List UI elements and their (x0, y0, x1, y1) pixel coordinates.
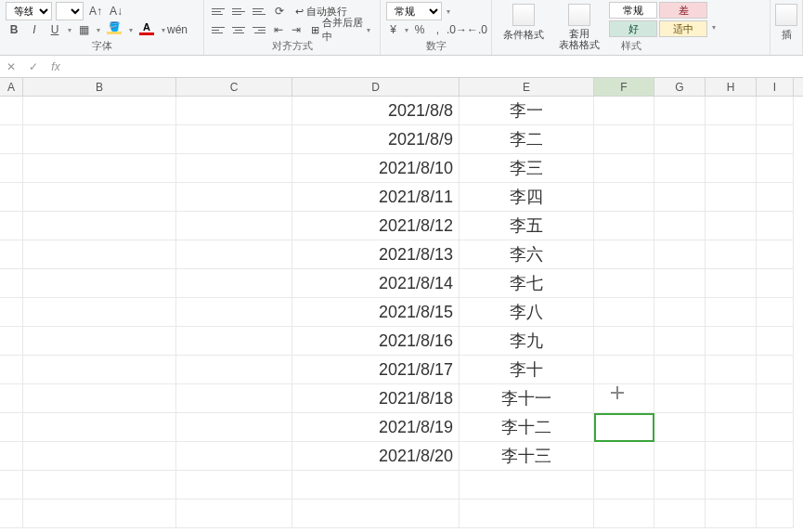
cell[interactable] (292, 471, 460, 500)
cell[interactable] (654, 125, 706, 154)
col-header-E[interactable]: E (460, 78, 594, 96)
cell[interactable] (23, 500, 176, 528)
cell[interactable]: 李十三 (460, 442, 594, 471)
cell[interactable]: 2021/8/9 (292, 125, 460, 154)
cell[interactable] (0, 298, 23, 327)
cell[interactable]: 李一 (460, 97, 594, 125)
cell[interactable] (176, 500, 292, 528)
col-header-H[interactable]: H (706, 78, 757, 96)
cell[interactable] (460, 500, 594, 528)
cell[interactable] (706, 212, 757, 240)
increase-decimal-icon[interactable]: .0→ (448, 21, 465, 38)
cell[interactable] (594, 183, 654, 212)
cell[interactable] (706, 442, 757, 471)
cell[interactable] (23, 183, 176, 212)
chevron-down-icon[interactable]: ▾ (129, 26, 133, 34)
decrease-indent-icon[interactable]: ⇤ (271, 21, 285, 38)
cell[interactable] (757, 384, 794, 413)
comma-button[interactable]: , (431, 21, 445, 38)
cell[interactable]: 李十二 (460, 413, 594, 442)
font-family-select[interactable]: 等线 (6, 2, 52, 20)
cell[interactable] (594, 356, 654, 384)
grid-body[interactable]: 2021/8/8李一2021/8/9李二2021/8/10李三2021/8/11… (0, 97, 803, 532)
cell[interactable] (706, 500, 757, 528)
cell[interactable] (23, 125, 176, 154)
formula-confirm-icon[interactable]: ✓ (22, 60, 45, 73)
cell[interactable] (654, 442, 706, 471)
insert-button[interactable]: 插 (776, 2, 797, 44)
cell[interactable] (0, 97, 23, 125)
cell[interactable] (0, 154, 23, 183)
cell[interactable] (460, 471, 594, 500)
cell[interactable] (654, 183, 706, 212)
cell[interactable] (176, 413, 292, 442)
cell[interactable] (594, 327, 654, 356)
percent-button[interactable]: % (412, 21, 426, 38)
cell[interactable] (176, 183, 292, 212)
increase-font-icon[interactable]: A↑ (87, 3, 104, 19)
cell[interactable] (0, 212, 23, 240)
align-top-icon[interactable] (210, 4, 227, 19)
cell[interactable] (706, 97, 757, 125)
cell[interactable] (594, 125, 654, 154)
cell[interactable] (706, 384, 757, 413)
cell[interactable] (0, 500, 23, 528)
cell[interactable] (654, 500, 706, 528)
merge-center-button[interactable]: ⊞合并后居中▾ (307, 21, 374, 38)
cell[interactable] (23, 471, 176, 500)
cell[interactable] (654, 97, 706, 125)
cell[interactable] (594, 212, 654, 240)
cell-style-neutral[interactable]: 适中 (659, 20, 707, 37)
chevron-down-icon[interactable]: ▾ (405, 26, 408, 34)
cell[interactable] (176, 240, 292, 269)
cell[interactable]: 李三 (460, 154, 594, 183)
styles-more-icon[interactable]: ▾ (712, 23, 716, 32)
chevron-down-icon[interactable]: ▾ (162, 26, 165, 34)
cell[interactable] (654, 471, 706, 500)
cell[interactable] (176, 356, 292, 384)
cell[interactable]: 李十一 (460, 384, 594, 413)
fill-color-button[interactable]: 🪣 (104, 21, 124, 38)
cell[interactable] (706, 269, 757, 298)
cell[interactable]: 李八 (460, 298, 594, 327)
cell[interactable] (594, 269, 654, 298)
cell[interactable] (594, 413, 654, 442)
cell[interactable] (757, 413, 794, 442)
cell[interactable] (23, 97, 176, 125)
cell[interactable] (23, 413, 176, 442)
cell[interactable] (23, 442, 176, 471)
cell[interactable] (23, 356, 176, 384)
cell[interactable] (176, 97, 292, 125)
cell[interactable]: 2021/8/20 (292, 442, 460, 471)
col-header-G[interactable]: G (654, 78, 706, 96)
cell[interactable]: 2021/8/14 (292, 269, 460, 298)
cell[interactable] (594, 298, 654, 327)
cell[interactable] (654, 413, 706, 442)
cell[interactable] (654, 269, 706, 298)
italic-button[interactable]: I (26, 21, 43, 38)
cell[interactable] (594, 500, 654, 528)
cell[interactable] (757, 212, 794, 240)
cell-style-normal[interactable]: 常规 (609, 2, 657, 19)
cell[interactable] (654, 384, 706, 413)
cell[interactable]: 2021/8/8 (292, 97, 460, 125)
font-size-select[interactable]: 11 (56, 2, 84, 20)
cell[interactable]: 李五 (460, 212, 594, 240)
cell[interactable]: 李二 (460, 125, 594, 154)
cell[interactable] (706, 240, 757, 269)
cell[interactable] (706, 413, 757, 442)
chevron-down-icon[interactable]: ▾ (447, 7, 450, 16)
cell[interactable]: 李六 (460, 240, 594, 269)
conditional-format-button[interactable]: 条件格式 (498, 2, 550, 44)
cell[interactable] (757, 442, 794, 471)
cell[interactable] (0, 240, 23, 269)
border-button[interactable]: ▦ (75, 21, 92, 38)
cell[interactable] (176, 327, 292, 356)
underline-button[interactable]: U (46, 21, 63, 38)
cell[interactable]: 2021/8/12 (292, 212, 460, 240)
cell[interactable] (757, 97, 794, 125)
cell[interactable]: 李七 (460, 269, 594, 298)
cell[interactable] (706, 154, 757, 183)
cell[interactable]: 2021/8/18 (292, 384, 460, 413)
align-center-icon[interactable] (230, 22, 247, 37)
